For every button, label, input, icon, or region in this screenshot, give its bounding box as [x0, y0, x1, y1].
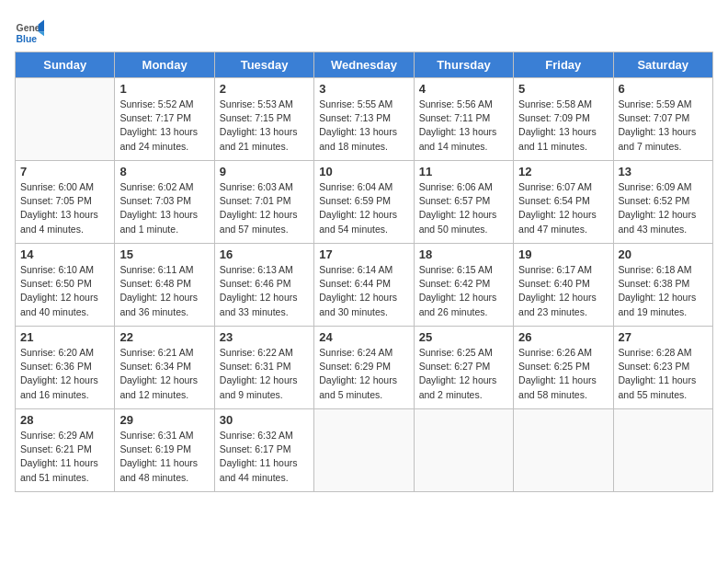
calendar-cell — [314, 409, 414, 492]
column-header-tuesday: Tuesday — [214, 52, 313, 78]
day-number: 10 — [319, 165, 408, 178]
calendar-cell: 12Sunrise: 6:07 AM Sunset: 6:54 PM Dayli… — [514, 161, 613, 244]
calendar-cell: 27Sunrise: 6:28 AM Sunset: 6:23 PM Dayli… — [613, 327, 712, 409]
calendar-cell — [414, 409, 513, 492]
week-row-5: 28Sunrise: 6:29 AM Sunset: 6:21 PM Dayli… — [16, 409, 713, 492]
day-info: Sunrise: 6:26 AM Sunset: 6:25 PM Dayligh… — [518, 346, 608, 402]
week-row-4: 21Sunrise: 6:20 AM Sunset: 6:36 PM Dayli… — [16, 327, 713, 409]
day-number: 5 — [518, 82, 608, 96]
day-info: Sunrise: 6:09 AM Sunset: 6:52 PM Dayligh… — [619, 180, 708, 236]
day-number: 16 — [220, 247, 309, 261]
day-info: Sunrise: 5:52 AM Sunset: 7:17 PM Dayligh… — [119, 98, 209, 154]
day-info: Sunrise: 6:04 AM Sunset: 6:59 PM Dayligh… — [319, 180, 408, 236]
day-number: 9 — [220, 165, 309, 178]
day-number: 7 — [20, 165, 109, 178]
column-header-sunday: Sunday — [16, 52, 115, 78]
day-number: 1 — [119, 82, 209, 96]
day-info: Sunrise: 6:31 AM Sunset: 6:19 PM Dayligh… — [119, 429, 209, 485]
day-number: 28 — [20, 413, 109, 427]
day-info: Sunrise: 6:24 AM Sunset: 6:29 PM Dayligh… — [319, 346, 408, 402]
day-number: 15 — [119, 247, 209, 261]
day-number: 13 — [619, 165, 708, 178]
logo: General Blue — [15, 18, 48, 48]
day-info: Sunrise: 6:28 AM Sunset: 6:23 PM Dayligh… — [619, 346, 708, 402]
day-info: Sunrise: 6:22 AM Sunset: 6:31 PM Dayligh… — [220, 346, 309, 402]
calendar-cell: 30Sunrise: 6:32 AM Sunset: 6:17 PM Dayli… — [214, 409, 313, 492]
calendar-cell: 11Sunrise: 6:06 AM Sunset: 6:57 PM Dayli… — [414, 161, 513, 244]
calendar-cell: 22Sunrise: 6:21 AM Sunset: 6:34 PM Dayli… — [115, 327, 214, 409]
calendar-cell: 21Sunrise: 6:20 AM Sunset: 6:36 PM Dayli… — [16, 327, 115, 409]
calendar-cell: 2Sunrise: 5:53 AM Sunset: 7:15 PM Daylig… — [214, 78, 313, 161]
day-number: 20 — [619, 247, 708, 261]
calendar-cell: 4Sunrise: 5:56 AM Sunset: 7:11 PM Daylig… — [414, 78, 513, 161]
calendar-cell: 3Sunrise: 5:55 AM Sunset: 7:13 PM Daylig… — [314, 78, 414, 161]
day-number: 18 — [419, 247, 508, 261]
week-row-1: 1Sunrise: 5:52 AM Sunset: 7:17 PM Daylig… — [16, 78, 713, 161]
day-info: Sunrise: 6:25 AM Sunset: 6:27 PM Dayligh… — [419, 346, 508, 402]
day-number: 6 — [619, 82, 708, 96]
day-number: 2 — [220, 82, 309, 96]
day-info: Sunrise: 5:55 AM Sunset: 7:13 PM Dayligh… — [319, 98, 408, 154]
calendar-cell: 20Sunrise: 6:18 AM Sunset: 6:38 PM Dayli… — [613, 244, 712, 327]
day-info: Sunrise: 6:07 AM Sunset: 6:54 PM Dayligh… — [518, 180, 608, 236]
day-info: Sunrise: 5:56 AM Sunset: 7:11 PM Dayligh… — [419, 98, 508, 154]
day-info: Sunrise: 6:17 AM Sunset: 6:40 PM Dayligh… — [518, 263, 608, 319]
day-info: Sunrise: 6:18 AM Sunset: 6:38 PM Dayligh… — [619, 263, 708, 319]
day-info: Sunrise: 5:59 AM Sunset: 7:07 PM Dayligh… — [619, 98, 708, 154]
day-number: 29 — [119, 413, 209, 427]
week-row-2: 7Sunrise: 6:00 AM Sunset: 7:05 PM Daylig… — [16, 161, 713, 244]
page-header: General Blue — [15, 15, 713, 48]
calendar-cell: 17Sunrise: 6:14 AM Sunset: 6:44 PM Dayli… — [314, 244, 414, 327]
day-number: 27 — [619, 330, 708, 344]
column-header-saturday: Saturday — [613, 52, 712, 78]
day-number: 8 — [119, 165, 209, 178]
day-info: Sunrise: 6:20 AM Sunset: 6:36 PM Dayligh… — [20, 346, 109, 402]
calendar-cell: 18Sunrise: 6:15 AM Sunset: 6:42 PM Dayli… — [414, 244, 513, 327]
calendar-cell: 23Sunrise: 6:22 AM Sunset: 6:31 PM Dayli… — [214, 327, 313, 409]
calendar-cell: 5Sunrise: 5:58 AM Sunset: 7:09 PM Daylig… — [514, 78, 613, 161]
day-number: 11 — [419, 165, 508, 178]
calendar-cell — [16, 78, 115, 161]
calendar-cell: 15Sunrise: 6:11 AM Sunset: 6:48 PM Dayli… — [115, 244, 214, 327]
day-number: 14 — [20, 247, 109, 261]
column-header-friday: Friday — [514, 52, 613, 78]
day-number: 4 — [419, 82, 508, 96]
calendar-cell: 1Sunrise: 5:52 AM Sunset: 7:17 PM Daylig… — [115, 78, 214, 161]
logo-icon: General Blue — [15, 18, 44, 48]
calendar-cell: 16Sunrise: 6:13 AM Sunset: 6:46 PM Dayli… — [214, 244, 313, 327]
calendar-cell: 7Sunrise: 6:00 AM Sunset: 7:05 PM Daylig… — [16, 161, 115, 244]
week-row-3: 14Sunrise: 6:10 AM Sunset: 6:50 PM Dayli… — [16, 244, 713, 327]
calendar-cell: 19Sunrise: 6:17 AM Sunset: 6:40 PM Dayli… — [514, 244, 613, 327]
calendar-cell: 10Sunrise: 6:04 AM Sunset: 6:59 PM Dayli… — [314, 161, 414, 244]
calendar-cell: 9Sunrise: 6:03 AM Sunset: 7:01 PM Daylig… — [214, 161, 313, 244]
day-info: Sunrise: 6:06 AM Sunset: 6:57 PM Dayligh… — [419, 180, 508, 236]
day-number: 12 — [518, 165, 608, 178]
day-number: 19 — [518, 247, 608, 261]
column-header-thursday: Thursday — [414, 52, 513, 78]
day-number: 23 — [220, 330, 309, 344]
day-number: 25 — [419, 330, 508, 344]
header-row: SundayMondayTuesdayWednesdayThursdayFrid… — [16, 52, 713, 78]
column-header-monday: Monday — [115, 52, 214, 78]
calendar-table: SundayMondayTuesdayWednesdayThursdayFrid… — [15, 52, 713, 492]
day-info: Sunrise: 5:53 AM Sunset: 7:15 PM Dayligh… — [220, 98, 309, 154]
day-number: 17 — [319, 247, 408, 261]
day-info: Sunrise: 6:29 AM Sunset: 6:21 PM Dayligh… — [20, 429, 109, 485]
day-info: Sunrise: 6:13 AM Sunset: 6:46 PM Dayligh… — [220, 263, 309, 319]
calendar-cell: 14Sunrise: 6:10 AM Sunset: 6:50 PM Dayli… — [16, 244, 115, 327]
calendar-cell: 13Sunrise: 6:09 AM Sunset: 6:52 PM Dayli… — [613, 161, 712, 244]
day-info: Sunrise: 6:14 AM Sunset: 6:44 PM Dayligh… — [319, 263, 408, 319]
day-number: 30 — [220, 413, 309, 427]
day-number: 21 — [20, 330, 109, 344]
calendar-cell: 29Sunrise: 6:31 AM Sunset: 6:19 PM Dayli… — [115, 409, 214, 492]
day-number: 26 — [518, 330, 608, 344]
day-info: Sunrise: 5:58 AM Sunset: 7:09 PM Dayligh… — [518, 98, 608, 154]
day-info: Sunrise: 6:11 AM Sunset: 6:48 PM Dayligh… — [119, 263, 209, 319]
calendar-cell — [514, 409, 613, 492]
calendar-cell: 6Sunrise: 5:59 AM Sunset: 7:07 PM Daylig… — [613, 78, 712, 161]
calendar-cell: 24Sunrise: 6:24 AM Sunset: 6:29 PM Dayli… — [314, 327, 414, 409]
day-info: Sunrise: 6:03 AM Sunset: 7:01 PM Dayligh… — [220, 180, 309, 236]
day-number: 24 — [319, 330, 408, 344]
day-info: Sunrise: 6:00 AM Sunset: 7:05 PM Dayligh… — [20, 180, 109, 236]
calendar-cell: 25Sunrise: 6:25 AM Sunset: 6:27 PM Dayli… — [414, 327, 513, 409]
